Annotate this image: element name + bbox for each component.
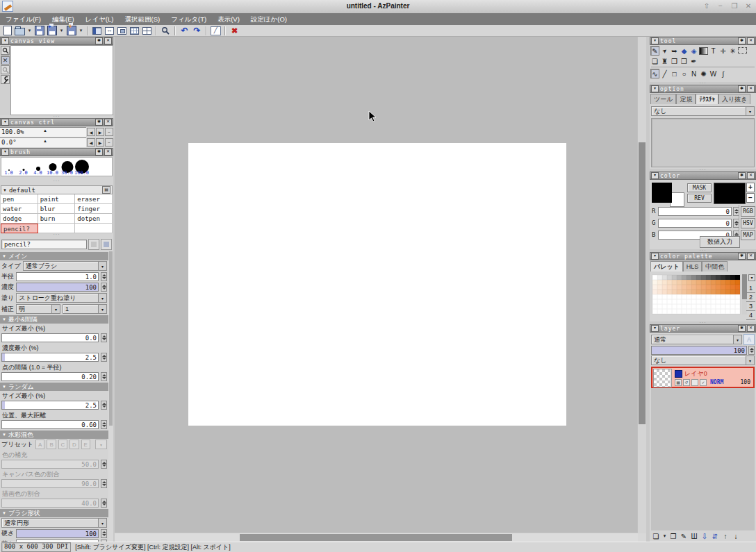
vertical-scrollbar-thumb[interactable]: [639, 142, 646, 424]
brush-name-input[interactable]: pencil?: [1, 240, 87, 249]
value-spinner[interactable]: [101, 420, 107, 429]
palette-color-swatch[interactable]: [682, 299, 687, 304]
palette-color-swatch[interactable]: [701, 280, 706, 285]
grid-view-button[interactable]: [129, 26, 140, 36]
brush-item[interactable]: pen: [1, 194, 38, 204]
palette-page-4[interactable]: 4: [746, 311, 755, 320]
close-image-button[interactable]: ✖: [229, 26, 240, 36]
palette-color-swatch[interactable]: [696, 290, 701, 294]
menu-layer[interactable]: レイヤ(L): [80, 13, 120, 25]
undo-button[interactable]: ↶: [179, 26, 190, 36]
palette-color-swatch[interactable]: [682, 309, 687, 314]
palette-color-swatch[interactable]: [706, 290, 711, 294]
palette-color-swatch[interactable]: [652, 285, 657, 290]
panel-shade-button[interactable]: [738, 85, 746, 92]
alpha-mask-button[interactable]: A: [743, 334, 755, 345]
blend-mode-select[interactable]: 通常 ▾: [651, 335, 742, 344]
value-spinner[interactable]: [101, 499, 107, 508]
menu-file[interactable]: ファイル(F): [0, 13, 47, 25]
brush-size-button[interactable]: 2.0: [16, 158, 31, 176]
preset-button-d[interactable]: D: [69, 440, 79, 449]
panel-close-button[interactable]: [747, 325, 755, 332]
palette-color-swatch[interactable]: [691, 294, 696, 299]
canvas-navigator-preview[interactable]: [10, 45, 113, 115]
brush-item[interactable]: blur: [38, 204, 76, 214]
panel-close-button[interactable]: [747, 253, 755, 260]
menu-select[interactable]: 選択範囲(S): [119, 13, 165, 25]
map-mode-button[interactable]: MAP: [741, 230, 755, 240]
brush-item[interactable]: water: [1, 204, 38, 214]
layer-texture-select[interactable]: なし ▾: [651, 356, 755, 365]
palette-color-swatch[interactable]: [696, 275, 701, 280]
palette-color-swatch[interactable]: [682, 280, 687, 285]
palette-color-swatch[interactable]: [657, 285, 662, 290]
copy-paste-tool[interactable]: ❒: [680, 56, 689, 66]
palette-color-swatch[interactable]: [667, 299, 672, 304]
spoit-tool[interactable]: ✒: [689, 56, 698, 66]
brush-group-menu-icon[interactable]: ▤: [102, 186, 110, 194]
palette-color-swatch[interactable]: [730, 290, 735, 294]
palette-color-swatch[interactable]: [721, 304, 725, 309]
palette-color-swatch[interactable]: [687, 299, 691, 304]
palette-color-swatch[interactable]: [696, 309, 701, 314]
save-file-button[interactable]: [34, 26, 44, 36]
panel-shade-button[interactable]: [738, 37, 746, 44]
palette-color-swatch[interactable]: [687, 275, 691, 280]
palette-color-swatch[interactable]: [687, 304, 691, 309]
palette-color-swatch[interactable]: [730, 275, 735, 280]
palette-color-swatch[interactable]: [691, 275, 696, 280]
new-file-button[interactable]: [2, 26, 13, 36]
toggle-panels-button[interactable]: [92, 26, 102, 36]
palette-color-swatch[interactable]: [672, 309, 677, 314]
palette-color-swatch[interactable]: [721, 275, 725, 280]
panel-close-button[interactable]: [747, 85, 755, 92]
maximize-button[interactable]: ❐: [730, 1, 739, 11]
redo-button[interactable]: ↷: [192, 26, 202, 36]
palette-page-3[interactable]: 3: [746, 302, 755, 311]
move-layer-up-button[interactable]: ↑: [721, 532, 730, 541]
concentration-line-tool[interactable]: ✺: [699, 69, 708, 78]
palette-color-swatch[interactable]: [677, 299, 682, 304]
palette-color-swatch[interactable]: [706, 285, 711, 290]
dropdown-select[interactable]: 通常円形▾: [1, 518, 107, 528]
palette-color-swatch[interactable]: [667, 275, 672, 280]
texture-select[interactable]: なし ▾: [651, 106, 755, 116]
palette-color-swatch[interactable]: [725, 285, 730, 290]
palette-color-swatch[interactable]: [716, 299, 721, 304]
brush-group-header[interactable]: default ▤: [1, 185, 113, 194]
polygon-draw-tool[interactable]: W: [709, 69, 718, 78]
panel-shade-button[interactable]: [738, 172, 746, 179]
scrollbar-thumb[interactable]: [109, 251, 113, 426]
add-color-button[interactable]: +: [746, 183, 755, 192]
palette-color-swatch[interactable]: [682, 294, 687, 299]
palette-color-swatch[interactable]: [687, 294, 691, 299]
zoom-increase-button[interactable]: ▶: [96, 128, 104, 136]
palette-color-swatch[interactable]: [672, 280, 677, 285]
palette-color-swatch[interactable]: [730, 285, 735, 290]
位置、最大距離-slider[interactable]: 0.60: [1, 420, 99, 429]
palette-color-swatch[interactable]: [701, 294, 706, 299]
palette-color-swatch[interactable]: [682, 285, 687, 290]
palette-color-swatch[interactable]: [730, 299, 735, 304]
cut-paste-tool[interactable]: ❐: [670, 56, 679, 66]
palette-color-swatch[interactable]: [701, 299, 706, 304]
hsv-mode-button[interactable]: HSV: [741, 218, 755, 228]
palette-color-swatch[interactable]: [701, 275, 706, 280]
palette-color-swatch[interactable]: [696, 285, 701, 290]
rotate-slider[interactable]: 0.0° ▲: [0, 137, 86, 147]
palette-color-swatch[interactable]: [687, 285, 691, 290]
palette-color-swatch[interactable]: [662, 304, 667, 309]
value-spinner[interactable]: [101, 460, 107, 469]
palette-color-swatch[interactable]: [735, 275, 740, 280]
描画色の割合-slider[interactable]: 40.0: [1, 499, 99, 508]
preset-button-e[interactable]: E: [81, 440, 90, 449]
palette-color-swatch[interactable]: [662, 290, 667, 294]
palette-color-swatch[interactable]: [652, 290, 657, 294]
gradation-tool[interactable]: [699, 46, 708, 56]
palette-color-swatch[interactable]: [662, 294, 667, 299]
view-zoom-button[interactable]: [1, 46, 10, 55]
shade-button[interactable]: ⇧: [702, 1, 712, 11]
ruler-button[interactable]: ╱: [211, 26, 221, 36]
brush-item[interactable]: eraser: [75, 194, 113, 204]
palette-color-swatch[interactable]: [730, 280, 735, 285]
